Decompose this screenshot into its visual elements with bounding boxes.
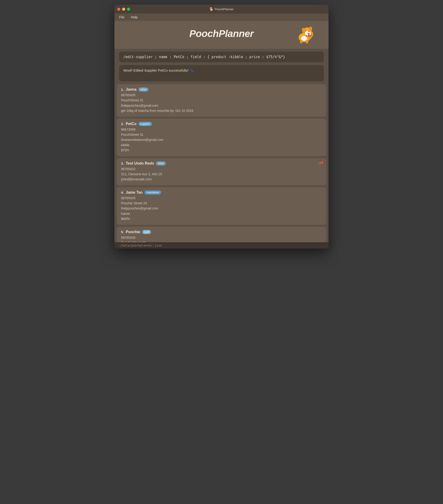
card-header: 5. Poochie staff [121, 230, 322, 234]
card-number: 5. [121, 230, 124, 234]
card-details: 98765435 PoochieStreet 25 ilovecatstoo@g… [121, 235, 322, 242]
svg-point-6 [308, 31, 309, 32]
card-details: 98765435 Poochie Street 24 ihelppooches@… [121, 196, 322, 221]
card-phone: 98673098 [121, 127, 322, 132]
card-name: Jame Tan [126, 190, 143, 195]
card-phone: 98765435 [121, 196, 322, 201]
card-details: 98765435 PoochStreet 31 ihelppooches@gma… [121, 92, 322, 113]
svg-rect-10 [300, 40, 303, 43]
card-address: 311, Clementi Ave 2, #02-25 [121, 172, 322, 177]
card-name: Poochie [126, 230, 140, 234]
card-email: ihelppooches@gmail.com [121, 206, 322, 211]
card-name: Janna [126, 87, 136, 91]
statusbar-path: ./data/poochplanner.json [118, 244, 162, 247]
svg-point-7 [309, 31, 309, 31]
content-area[interactable]: 1. Janna other 98765435 PoochStreet 31 i… [115, 84, 328, 242]
contact-card[interactable]: 3. Test Undo Redo other 98765432 311, Cl… [117, 158, 326, 185]
card-extra: $75/\\ [121, 148, 322, 153]
card-address: PoochieStreet 25 [121, 240, 322, 242]
card-phone: 98765435 [121, 92, 322, 98]
menu-file[interactable]: File [118, 15, 125, 19]
svg-point-13 [307, 35, 308, 36]
badge-other: other [156, 161, 166, 165]
contact-card[interactable]: 5. Poochie staff 98765435 PoochieStreet … [117, 227, 326, 242]
window-title: 🐕 PoochPlanner [209, 7, 234, 11]
badge-maintainer: maintainer [144, 190, 161, 195]
status-area: Woof! Edited Supplier PetCo successfully… [119, 65, 324, 81]
card-number: 1. [121, 88, 124, 91]
card-number: 4. [121, 190, 124, 194]
badge-supplier: supplier [138, 122, 152, 126]
app-title: PoochPlanner [189, 28, 254, 39]
card-phone: 98765435 [121, 235, 322, 240]
card-header: 3. Test Undo Redo other [121, 161, 322, 165]
svg-point-8 [308, 33, 310, 34]
card-address: PoochStreet 31 [121, 98, 322, 103]
maximize-button[interactable] [127, 8, 130, 11]
card-details: 98765432 311, Clementi Ave 2, #02-25 joh… [121, 166, 322, 182]
card-extra: $60/hr [121, 216, 322, 221]
card-address: PoochStreet 31 [121, 132, 322, 137]
svg-point-4 [305, 31, 311, 36]
close-button[interactable] [117, 8, 120, 11]
dog-mascot [294, 23, 315, 44]
cards-container: 1. Janna other 98765435 PoochStreet 31 i… [117, 84, 326, 242]
statusbar: ./data/poochplanner.json [115, 242, 328, 249]
card-extra: trainer [121, 211, 322, 216]
menubar: File Help [115, 14, 328, 21]
app-header: PoochPlanner [115, 21, 328, 49]
contact-card[interactable]: 2. PetCo supplier 98673098 PoochStreet 3… [117, 119, 326, 156]
card-header: 1. Janna other [121, 87, 322, 91]
titlebar: 🐕 PoochPlanner [115, 5, 328, 14]
badge-other: other [138, 87, 148, 91]
status-message: Woof! Edited Supplier PetCo successfully… [123, 68, 320, 72]
card-phone: 98765432 [121, 166, 322, 172]
card-number: 2. [121, 122, 124, 126]
traffic-lights [117, 8, 130, 11]
card-name: PetCo [126, 122, 136, 126]
contact-card[interactable]: 1. Janna other 98765435 PoochStreet 31 i… [117, 84, 326, 117]
svg-point-14 [301, 36, 307, 41]
command-area: /edit-supplier ; name : PetCo ; field : … [119, 52, 324, 62]
card-details: 98673098 PoochStreet 31 ilovewombatstoo@… [121, 127, 322, 153]
card-address: Poochie Street 24 [121, 201, 322, 206]
card-name: Test Undo Redo [126, 161, 154, 165]
card-number: 3. [121, 161, 124, 165]
command-text: /edit-supplier ; name : PetCo ; field : … [123, 55, 320, 59]
card-email: ihelppooches@gmail.com [121, 103, 322, 108]
app-window: 🐕 PoochPlanner File Help PoochPlanner [115, 5, 328, 249]
title-icon: 🐕 [209, 7, 213, 11]
contact-card[interactable]: 4. Jame Tan maintainer 98765435 Poochie … [117, 187, 326, 225]
minimize-button[interactable] [122, 8, 125, 11]
title-text: PoochPlanner [215, 7, 234, 11]
card-header: 2. PetCo supplier [121, 122, 322, 126]
menu-help[interactable]: Help [130, 15, 139, 19]
svg-rect-11 [306, 40, 308, 43]
badge-staff: staff [142, 230, 151, 234]
card-email: ilovewombatstoo@gmail.com [121, 137, 322, 142]
card-extra: get 10kg of matcha from moochie by: Oct … [121, 108, 322, 113]
card-email: johnd@example.com [121, 177, 322, 182]
card-extra: kibble [121, 143, 322, 148]
card-header: 4. Jame Tan maintainer [121, 190, 322, 195]
